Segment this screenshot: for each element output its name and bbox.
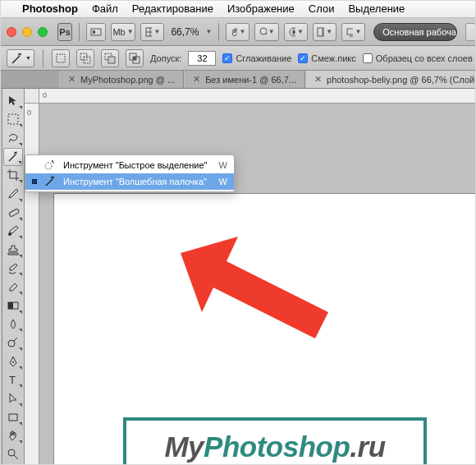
window-minimize[interactable] — [22, 27, 32, 37]
selection-add-icon — [80, 53, 91, 64]
rotate-view-button[interactable]: ▼ — [284, 23, 308, 41]
chevron-down-icon: ▼ — [153, 28, 160, 35]
ruler-horizontal[interactable]: 0 — [25, 89, 476, 104]
tool-marquee[interactable] — [3, 111, 23, 129]
tool-clone-stamp[interactable] — [3, 241, 23, 259]
selection-subtract-icon — [104, 53, 116, 64]
close-icon[interactable]: ✕ — [68, 74, 76, 85]
tool-healing-brush[interactable] — [3, 204, 23, 222]
macos-menu-bar: Photoshop Файл Редактирование Изображени… — [0, 0, 476, 18]
svg-rect-10 — [323, 33, 324, 36]
antialias-checkbox[interactable]: ✓ — [222, 53, 232, 63]
tool-brush[interactable] — [3, 223, 23, 241]
screen-mode-button[interactable]: ▼ — [341, 23, 365, 41]
tool-path[interactable] — [3, 389, 23, 407]
flyout-selection-marker — [32, 163, 37, 168]
bandaid-icon — [7, 206, 20, 219]
selection-new-button[interactable] — [52, 49, 70, 67]
svg-rect-8 — [318, 28, 323, 36]
document-tab[interactable]: ✕ MyPhotoshop.png @ ... — [59, 71, 184, 88]
bridge-button[interactable] — [86, 23, 106, 41]
svg-rect-20 — [133, 57, 136, 60]
window-maximize[interactable] — [38, 27, 48, 37]
tool-magic-wand[interactable] — [3, 148, 23, 166]
antialias-label: Сглаживание — [236, 53, 291, 63]
tool-dodge[interactable] — [3, 334, 23, 352]
contiguous-checkbox[interactable]: ✓ — [298, 53, 308, 63]
selection-subtract-button[interactable] — [101, 49, 119, 67]
tool-move[interactable] — [3, 92, 23, 110]
tab-label: MyPhotoshop.png @ ... — [80, 75, 175, 85]
view-extras-button[interactable]: ▼ — [140, 23, 164, 41]
flyout-item-shortcut: W — [219, 177, 227, 186]
zoom-level[interactable]: 66,7% — [169, 26, 200, 38]
zoom-tool-button[interactable]: ▼ — [254, 23, 278, 41]
close-icon[interactable]: ✕ — [193, 74, 200, 85]
tool-options-bar: ▼ Допуск: ✓ Сглаживание ✓ Смеж.пикс Обра… — [0, 46, 476, 71]
tab-label: photoshop-beliy.png @ 66,7% (Слой 0, R — [327, 75, 476, 85]
sample-all-checkbox[interactable] — [363, 53, 373, 63]
svg-point-31 — [8, 449, 15, 456]
tool-type[interactable]: T — [3, 371, 23, 389]
ruler-origin[interactable] — [25, 89, 39, 104]
selection-new-icon — [55, 53, 66, 64]
window-controls — [7, 27, 48, 37]
gradient-icon — [7, 299, 20, 312]
minibridge-button[interactable]: Mb ▼ — [111, 23, 135, 41]
app-menu[interactable]: Photoshop — [22, 2, 78, 15]
contiguous-checkbox-wrap[interactable]: ✓ Смеж.пикс — [298, 53, 355, 63]
selection-intersect-button[interactable] — [126, 49, 144, 67]
document-tabs: ✕ MyPhotoshop.png @ ... ✕ Без имени-1 @ … — [0, 71, 476, 89]
tool-lasso[interactable] — [3, 129, 23, 147]
window-close[interactable] — [7, 27, 16, 37]
tolerance-label: Допуск: — [150, 53, 181, 63]
tool-shape[interactable] — [3, 408, 23, 426]
crop-icon — [7, 168, 20, 182]
hand-icon — [230, 26, 237, 38]
antialias-checkbox-wrap[interactable]: ✓ Сглаживание — [222, 53, 291, 63]
selection-add-button[interactable] — [76, 49, 94, 67]
svg-line-27 — [14, 338, 17, 341]
logo-text-part2: Photoshop — [204, 430, 350, 463]
grid-icon — [144, 26, 152, 38]
selection-intersect-icon — [129, 53, 140, 64]
tool-blur[interactable] — [3, 315, 23, 334]
tool-crop[interactable] — [3, 167, 23, 185]
sample-all-label: Образец со всех слоев — [376, 53, 473, 63]
workspace-switcher[interactable]: Основная рабоча... — [373, 23, 456, 41]
menu-select[interactable]: Выделение — [348, 2, 405, 15]
svg-rect-11 — [347, 29, 353, 35]
tool-eyedropper[interactable] — [3, 185, 23, 203]
svg-rect-17 — [108, 57, 115, 63]
brush-icon — [7, 224, 20, 237]
contiguous-label: Смеж.пикс — [311, 53, 355, 63]
chevron-down-icon[interactable]: ▼ — [205, 28, 212, 35]
divider — [43, 49, 43, 67]
tool-eraser[interactable] — [3, 278, 23, 296]
pen-icon — [7, 355, 20, 368]
document-tab-active[interactable]: ✕ photoshop-beliy.png @ 66,7% (Слой 0, R — [305, 71, 476, 88]
chevron-down-icon: ▼ — [297, 28, 304, 35]
menu-edit[interactable]: Редактирование — [132, 2, 213, 15]
flyout-item-quick-selection[interactable]: Инструмент "Быстрое выделение" W — [25, 157, 234, 173]
sample-all-checkbox-wrap[interactable]: Образец со всех слоев — [363, 53, 473, 63]
menu-image[interactable]: Изображение — [227, 2, 295, 15]
hand-tool-button[interactable]: ▼ — [226, 23, 249, 41]
tool-pen[interactable] — [3, 352, 23, 371]
tool-hand[interactable] — [3, 427, 23, 445]
menu-file[interactable]: Файл — [92, 2, 118, 15]
tolerance-input[interactable] — [188, 51, 216, 66]
workspace-label: Основная рабоча... — [382, 27, 456, 37]
flyout-item-magic-wand[interactable]: Инструмент "Волшебная палочка" W — [25, 173, 234, 190]
svg-point-26 — [8, 340, 15, 347]
arrange-docs-button[interactable]: ▼ — [313, 23, 336, 41]
chevron-down-icon: ▼ — [25, 55, 31, 61]
current-tool-preset[interactable]: ▼ — [7, 49, 34, 67]
tool-gradient[interactable] — [3, 297, 23, 315]
close-icon[interactable]: ✕ — [314, 74, 322, 85]
tool-zoom[interactable] — [3, 445, 23, 463]
document-tab[interactable]: ✕ Без имени-1 @ 66,7... — [184, 71, 305, 88]
menu-layers[interactable]: Слои — [309, 2, 335, 15]
search-button[interactable] — [465, 23, 476, 41]
tool-history-brush[interactable] — [3, 260, 23, 278]
